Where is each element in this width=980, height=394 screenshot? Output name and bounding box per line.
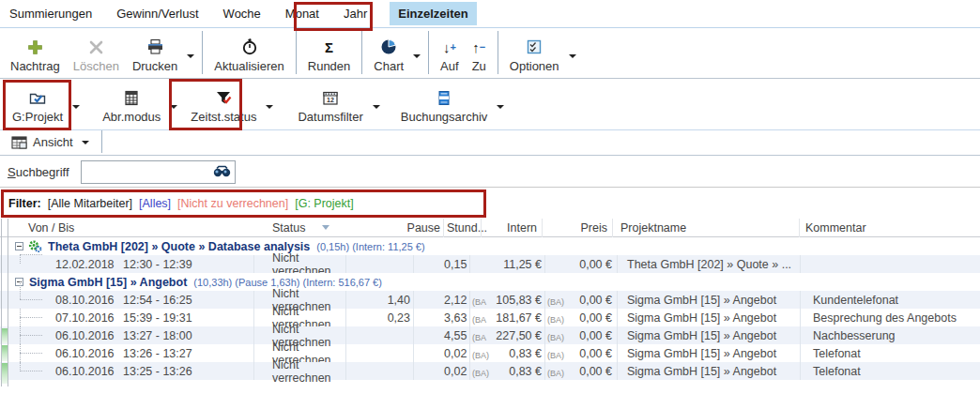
- refresh-timer-icon: [241, 38, 258, 56]
- ba-marker: (BA): [547, 297, 564, 307]
- entry-projektname: Theta GmbH [202] » Quote » ...: [613, 258, 800, 271]
- chevron-down-icon: [187, 54, 194, 58]
- table-row[interactable]: 08.10.2016 12:54 - 16:25 Nicht verrechne…: [0, 291, 980, 309]
- header-pause[interactable]: Pause: [350, 219, 444, 237]
- archive-book-icon: [437, 88, 451, 107]
- toolbar-separator: [428, 31, 429, 74]
- entry-projektname: Sigma GmbH [15] » Angebot: [613, 294, 800, 307]
- expand-down-plus-icon: ↓+: [443, 38, 456, 56]
- zu-button[interactable]: ↑− Zu: [466, 36, 493, 75]
- entry-projektname: Sigma GmbH [15] » Angebot: [613, 365, 800, 378]
- header-von-bis[interactable]: Von / Bis: [8, 219, 253, 237]
- header-projektname[interactable]: Projektname: [613, 219, 800, 237]
- buchungsarchiv-dropdown[interactable]: [494, 88, 507, 126]
- group-row-theta[interactable]: Theta GmbH [202] » Quote » Database anal…: [0, 237, 980, 255]
- optionen-dropdown[interactable]: [566, 38, 579, 75]
- entry-intern: 181,67 €(BA): [482, 311, 543, 325]
- filter-item-mitarbeiter[interactable]: [Alle Mitarbeiter]: [48, 197, 132, 210]
- header-status[interactable]: Status: [253, 219, 350, 237]
- chart-button[interactable]: Chart: [367, 36, 410, 75]
- zeitststatus-dropdown[interactable]: [263, 88, 276, 126]
- menu-item-jahr[interactable]: Jahr: [342, 2, 369, 25]
- header-stunden[interactable]: Stund...: [444, 219, 482, 237]
- filter-item-g-projekt[interactable]: [G: Projekt]: [295, 197, 354, 210]
- entry-stunden: 0,15: [444, 258, 482, 271]
- ba-marker: (BA): [547, 369, 564, 378]
- runden-button[interactable]: Σ Runden: [301, 36, 358, 75]
- header-kommentar[interactable]: Kommentar: [800, 219, 980, 237]
- chevron-down-icon: [569, 54, 576, 58]
- menu-item-summierungen[interactable]: Summierungen: [8, 2, 94, 25]
- chevron-down-icon: [82, 141, 89, 144]
- table-row[interactable]: 06.10.2016 13:27 - 18:00 Nicht verrechne…: [0, 326, 980, 344]
- gprojekt-button[interactable]: G:Projekt: [6, 86, 69, 126]
- optionen-button[interactable]: Optionen: [503, 36, 566, 75]
- entry-time-range: 15:39 - 19:31: [123, 311, 253, 325]
- app-window: Summierungen Gewinn/Verlust Woche Monat …: [0, 0, 980, 394]
- menu-item-woche[interactable]: Woche: [222, 2, 263, 25]
- menu-item-gewinn-verlust[interactable]: Gewinn/Verlust: [115, 2, 200, 25]
- table-row[interactable]: 12.02.2018 12:30 - 12:39 Nicht verrechne…: [0, 255, 980, 273]
- ansicht-button[interactable]: Ansicht: [6, 132, 79, 152]
- header-preis[interactable]: Preis: [543, 219, 613, 237]
- nachtrag-button[interactable]: Nachtrag: [4, 36, 67, 75]
- filter-item-alles[interactable]: [Alles]: [139, 197, 171, 210]
- chart-dropdown[interactable]: [410, 38, 423, 75]
- filter-bar: Filter: [Alle Mitarbeiter] [Alles] [Nich…: [0, 188, 980, 219]
- svg-text:12: 12: [327, 97, 334, 103]
- zeitststatus-label: Zeitst.status: [191, 110, 256, 124]
- table-row[interactable]: 07.10.2016 15:39 - 19:31 Nicht verrechne…: [0, 309, 980, 326]
- table-row[interactable]: 06.10.2016 13:25 - 13:26 Nicht verrechne…: [0, 362, 980, 380]
- loeschen-button[interactable]: Löschen: [67, 36, 126, 75]
- ansicht-dropdown[interactable]: [79, 133, 92, 152]
- datumsfilter-dropdown[interactable]: [370, 88, 383, 126]
- entry-date: 07.10.2016: [55, 311, 123, 325]
- buchungsarchiv-label: Buchungsarchiv: [401, 110, 488, 124]
- gprojekt-dropdown[interactable]: [69, 88, 83, 126]
- filter-item-nicht-zu-verrechnen[interactable]: [Nicht zu verrechnen]: [177, 197, 288, 210]
- drucken-button[interactable]: Drucken: [126, 36, 184, 75]
- entry-intern: 11,25 €: [482, 258, 543, 271]
- entry-intern: 105,83 €(BA): [482, 294, 543, 307]
- entry-kommentar: Telefonat: [800, 347, 980, 360]
- zeitststatus-button[interactable]: Zeitst.status: [184, 86, 263, 126]
- loeschen-label: Löschen: [73, 59, 119, 73]
- ansicht-label: Ansicht: [33, 135, 73, 149]
- search-input[interactable]: [82, 161, 211, 183]
- buchungsarchiv-button[interactable]: Buchungsarchiv: [394, 86, 495, 126]
- toolbar-separator: [361, 31, 362, 74]
- entry-projektname: Sigma GmbH [15] » Angebot: [613, 311, 800, 325]
- search-row: Suchbegriff: [0, 157, 980, 188]
- chevron-down-icon: [373, 105, 380, 109]
- group-row-sigma[interactable]: Sigma GmbH [15] » Angebot (10,33h) (Paus…: [0, 273, 980, 291]
- menu-item-monat[interactable]: Monat: [283, 2, 321, 25]
- aktualisieren-button[interactable]: Aktualisieren: [207, 36, 290, 75]
- ba-marker: (BA: [472, 297, 486, 307]
- calculator-icon: [124, 88, 139, 107]
- filter-label: Filter:: [8, 197, 41, 210]
- search-box: [81, 160, 236, 184]
- green-indicator-bar: [2, 363, 8, 384]
- binoculars-icon[interactable]: [213, 165, 231, 178]
- toolbar-filters: G:Projekt Abr.modus Zeitst.st: [0, 80, 980, 130]
- chart-label: Chart: [374, 59, 404, 73]
- group-title: Sigma GmbH [15] » Angebot: [29, 276, 187, 289]
- table-row[interactable]: 06.10.2016 13:26 - 13:27 Nicht verrechne…: [0, 344, 980, 362]
- entry-intern: 0,83 €(BA): [482, 347, 543, 360]
- ba-marker: (BA): [547, 315, 564, 325]
- toolbar-separator: [498, 31, 498, 74]
- menu-item-einzelzeiten[interactable]: Einzelzeiten: [390, 2, 476, 25]
- drucken-dropdown[interactable]: [184, 38, 197, 75]
- entry-date: 06.10.2016: [55, 365, 123, 378]
- datumsfilter-button[interactable]: 12 Datumsfilter: [291, 86, 369, 126]
- entry-pause: 1,40: [350, 294, 444, 307]
- auf-button[interactable]: ↓+ Auf: [434, 36, 466, 75]
- entry-pause: 0,23: [350, 311, 444, 325]
- header-intern[interactable]: Intern: [482, 219, 543, 237]
- datumsfilter-label: Datumsfilter: [298, 110, 362, 124]
- entry-kommentar: Nachbesserung: [800, 329, 980, 342]
- abrmodus-button[interactable]: Abr.modus: [96, 86, 167, 126]
- abrmodus-dropdown[interactable]: [167, 88, 180, 126]
- toolbar-main: Nachtrag Löschen Drucken: [0, 29, 980, 79]
- collapse-expander-icon[interactable]: [15, 242, 23, 250]
